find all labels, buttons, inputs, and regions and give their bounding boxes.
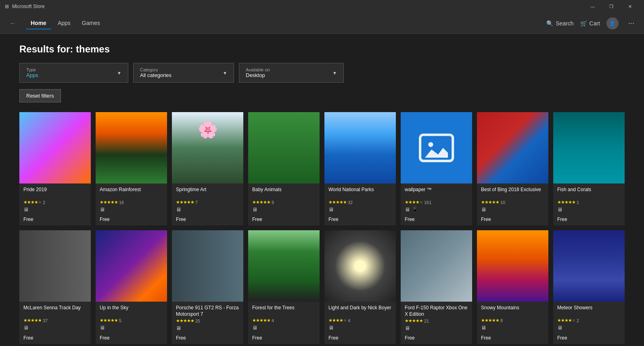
platform-icon: 🖥: [557, 325, 562, 331]
app-name: Amazon Rainforest: [100, 187, 163, 199]
more-button[interactable]: ···: [625, 17, 638, 29]
app-thumbnail: [19, 230, 91, 302]
avatar[interactable]: 👤: [606, 17, 619, 29]
maximize-button[interactable]: ❐: [602, 0, 621, 13]
app-name: Fish and Corals: [557, 187, 621, 199]
platform-icon: 🖥: [405, 325, 410, 331]
app-price: Free: [252, 333, 316, 341]
app-card[interactable]: Ford F-150 Raptor Xbox One X Edition★★★★…: [401, 230, 472, 344]
app-card[interactable]: McLaren Senna Track Day★★★★★ 37🖥Free: [19, 230, 91, 344]
app-rating: ★★★★★ 10: [481, 200, 544, 205]
nav-apps[interactable]: Apps: [53, 17, 75, 29]
app-price: Free: [100, 214, 163, 222]
app-name: Baby Animals: [252, 187, 316, 199]
app-price: Free: [481, 333, 544, 341]
app-thumbnail: [96, 230, 167, 302]
navbar: ← Home Apps Games 🔍 Search 🛒 Cart 👤 ···: [0, 13, 644, 34]
nav-home[interactable]: Home: [26, 17, 51, 29]
avatar-icon: 👤: [609, 21, 615, 26]
platform-icon: 🖥: [100, 206, 105, 213]
app-price: Free: [481, 214, 544, 222]
app-card[interactable]: Up in the Sky★★★★★ 5🖥Free: [96, 230, 167, 344]
app-card[interactable]: Amazon Rainforest★★★★★ 16🖥Free: [96, 112, 167, 225]
app-card[interactable]: Fish and Corals★★★★★ 1🖥Free: [553, 112, 625, 225]
nav-links: Home Apps Games: [26, 17, 105, 29]
app-name: wallpaper ™: [405, 187, 468, 199]
app-card[interactable]: Meteor Showers★★★★★ 2🖥Free: [553, 230, 625, 344]
app-thumbnail: [477, 230, 548, 302]
app-name: Springtime Art: [176, 187, 239, 199]
titlebar-controls: — ❐ ✕: [583, 0, 639, 13]
app-card[interactable]: Snowy Mountains★★★★★ 8🖥Free: [477, 230, 548, 344]
app-price: Free: [23, 214, 87, 222]
app-name: Up in the Sky: [100, 305, 163, 317]
app-card[interactable]: Porsche 911 GT2 RS - Forza Motorsport 7★…: [172, 230, 243, 344]
app-card[interactable]: wallpaper ™★★★★★ 161🖥📱Free: [401, 112, 472, 225]
back-button[interactable]: ←: [6, 17, 19, 30]
app-card[interactable]: Baby Animals★★★★★ 9🖥Free: [248, 112, 320, 225]
platform-icon: 🖥: [328, 325, 334, 331]
type-filter-chevron: ▼: [117, 71, 121, 75]
available-filter-chevron: ▼: [332, 71, 337, 75]
svg-point-1: [428, 142, 433, 147]
app-rating: ★★★★★ 1: [557, 200, 621, 205]
app-thumbnail: [172, 230, 243, 302]
app-thumbnail: [324, 112, 396, 183]
app-name: Light and Dark by Nick Boyer: [328, 305, 392, 317]
app-rating: ★★★★★ 37: [23, 318, 87, 323]
app-price: Free: [23, 333, 87, 341]
app-rating: ★★★★★ 4: [328, 318, 392, 323]
app-platform: 🖥: [405, 325, 468, 331]
app-thumbnail: [401, 230, 472, 302]
app-thumbnail: [553, 112, 625, 183]
app-card[interactable]: Best of Bing 2018 Exclusive★★★★★ 10🖥Free: [477, 112, 548, 225]
app-thumbnail: [19, 112, 91, 183]
reset-filters-button[interactable]: Reset filters: [19, 89, 61, 102]
search-button[interactable]: 🔍 Search: [546, 20, 573, 27]
category-filter-chevron: ▼: [223, 71, 227, 75]
platform-icon: 🖥: [100, 325, 105, 331]
app-platform: 🖥: [100, 206, 163, 213]
category-filter[interactable]: Category All categories ▼: [133, 63, 234, 83]
platform-icon: 🖥: [405, 206, 410, 213]
app-price: Free: [176, 214, 239, 222]
app-rating: ★★★★★ 161: [405, 200, 468, 205]
minimize-button[interactable]: —: [583, 0, 602, 13]
app-price: Free: [328, 214, 392, 222]
type-filter[interactable]: Type Apps ▼: [19, 63, 128, 83]
app-platform: 🖥: [481, 206, 544, 213]
app-thumbnail: [172, 112, 243, 183]
app-rating: ★★★★★ 25: [176, 318, 239, 323]
app-thumbnail: [324, 230, 396, 302]
app-thumbnail: [248, 112, 320, 183]
platform-icon: 🖥: [328, 206, 334, 213]
app-card[interactable]: Springtime Art★★★★★ 7🖥Free: [172, 112, 243, 225]
app-card[interactable]: World National Parks★★★★★ 32🖥Free: [324, 112, 396, 225]
app-price: Free: [405, 214, 468, 222]
app-rating: ★★★★★ 32: [328, 200, 392, 205]
main-content: Results for: themes Type Apps ▼ Category…: [0, 34, 644, 346]
app-card[interactable]: Forest for the Trees★★★★★ 4🖥Free: [248, 230, 320, 344]
app-platform: 🖥: [176, 325, 239, 331]
search-icon: 🔍: [546, 20, 553, 27]
cart-button[interactable]: 🛒 Cart: [580, 20, 600, 27]
app-logo-icon: ⊞: [5, 4, 9, 9]
app-platform: 🖥: [328, 206, 392, 213]
app-thumbnail: [401, 112, 472, 183]
app-platform: 🖥: [557, 325, 621, 331]
platform-icon: 🖥: [481, 206, 486, 213]
app-platform: 🖥: [176, 206, 239, 213]
available-filter[interactable]: Available on Desktop ▼: [239, 63, 344, 83]
nav-right: 🔍 Search 🛒 Cart 👤 ···: [546, 17, 638, 29]
app-rating: ★★★★★ 9: [252, 200, 316, 205]
nav-games[interactable]: Games: [77, 17, 105, 29]
app-card[interactable]: Light and Dark by Nick Boyer★★★★★ 4🖥Free: [324, 230, 396, 344]
app-thumbnail: [96, 112, 167, 183]
app-card[interactable]: Pride 2019★★★★★ 2🖥Free: [19, 112, 91, 225]
app-platform: 🖥: [481, 325, 544, 331]
app-name: Best of Bing 2018 Exclusive: [481, 187, 544, 199]
close-button[interactable]: ✕: [621, 0, 639, 13]
app-name: Forest for the Trees: [252, 305, 316, 317]
results-title: Results for: themes: [19, 44, 625, 55]
platform-icon: 🖥: [481, 325, 486, 331]
